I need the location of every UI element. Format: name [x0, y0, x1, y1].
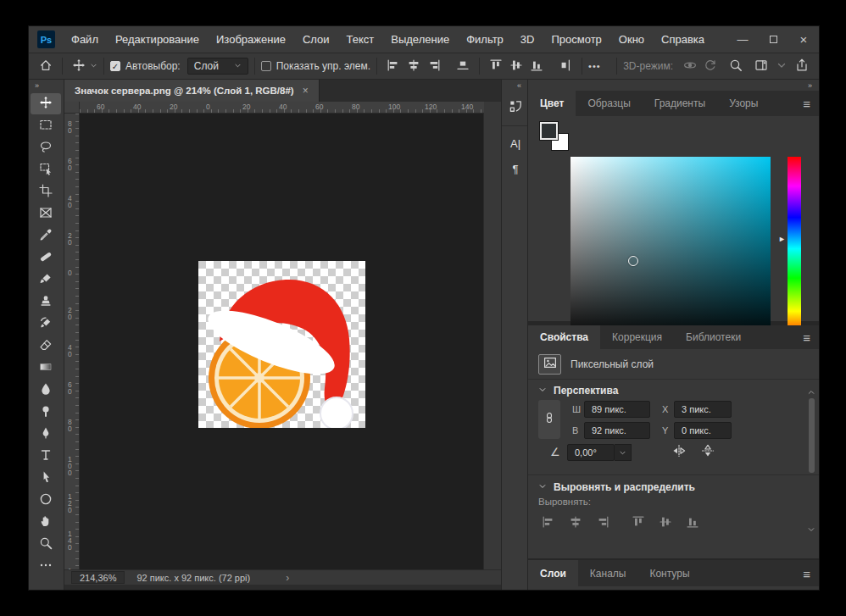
tool-zoom[interactable]	[31, 534, 61, 555]
angle-field[interactable]: 0,00°	[567, 444, 615, 461]
width-field[interactable]: 89 пикс.	[584, 401, 650, 418]
menu-item-3[interactable]: Слои	[294, 33, 338, 46]
transform-section-header[interactable]: Перспектива	[538, 385, 618, 397]
layers-panel-tab[interactable]: Слои	[528, 560, 578, 586]
menu-item-1[interactable]: Редактирование	[107, 33, 208, 46]
layers-panel-menu-icon[interactable]: ≡	[803, 566, 810, 580]
paragraph-panel-button[interactable]: ¶	[504, 158, 526, 180]
color-panel-menu-icon[interactable]: ≡	[803, 97, 810, 111]
align-center-h-button[interactable]	[404, 58, 424, 75]
tool-pen[interactable]	[31, 424, 61, 445]
expand-panels-button[interactable]: »	[528, 80, 819, 91]
tool-clone-stamp[interactable]	[31, 291, 61, 313]
distribute-h-button[interactable]	[453, 58, 473, 75]
tool-healing-brush[interactable]	[31, 247, 61, 269]
saturation-brightness-field[interactable]	[570, 157, 771, 341]
flip-vertical-button[interactable]	[698, 444, 718, 461]
properties-panel-tab[interactable]: Коррекция	[600, 325, 674, 349]
menu-item-4[interactable]: Текст	[338, 33, 383, 46]
flip-horizontal-button[interactable]	[669, 444, 689, 461]
close-button[interactable]: ×	[788, 26, 819, 53]
link-dimensions-button[interactable]	[538, 400, 560, 439]
tab-close-icon[interactable]: ×	[303, 85, 309, 97]
menu-item-6[interactable]: Фильтр	[458, 33, 512, 46]
layers-panel-tab[interactable]: Контуры	[637, 560, 701, 586]
history-panel-button[interactable]	[504, 97, 526, 119]
share-button[interactable]	[792, 58, 812, 75]
scrollbar-thumb[interactable]	[809, 398, 815, 473]
align-top-button[interactable]	[486, 58, 506, 75]
vertical-ruler[interactable]: 80604020020406080100120140160	[64, 114, 80, 569]
tool-history-brush[interactable]	[31, 314, 61, 335]
color-panel-tab[interactable]: Узоры	[717, 91, 770, 116]
align-bottom-button[interactable]	[682, 515, 703, 532]
foreground-color-swatch[interactable]	[540, 122, 558, 140]
color-panel-tab[interactable]: Образцы	[576, 91, 642, 116]
color-panel-tab[interactable]: Цвет	[528, 91, 576, 116]
menu-item-8[interactable]: Просмотр	[543, 33, 609, 46]
tool-move[interactable]	[31, 93, 61, 114]
horizontal-ruler[interactable]: 604020020406080100120140	[80, 102, 484, 114]
scroll-down-icon[interactable]	[807, 522, 815, 537]
align-left-button[interactable]	[383, 58, 404, 75]
hue-slider[interactable]	[788, 157, 801, 341]
menu-item-7[interactable]: 3D	[512, 33, 543, 46]
document-tab[interactable]: Значок сервера.png @ 214% (Слой 1, RGB/8…	[64, 80, 320, 102]
properties-panel-menu-icon[interactable]: ≡	[803, 330, 810, 345]
rotate-view-button[interactable]	[700, 58, 721, 75]
properties-panel-tab[interactable]: Библиотеки	[674, 325, 753, 349]
align-bottom-button[interactable]	[526, 58, 547, 75]
workspace-button[interactable]	[751, 58, 771, 75]
toolbar-expand-button[interactable]: »	[29, 80, 64, 92]
search-button[interactable]	[726, 58, 746, 75]
autoselect-target-dropdown[interactable]: Слой	[187, 58, 248, 75]
menu-item-0[interactable]: Файл	[63, 33, 107, 46]
tool-object-selection[interactable]	[31, 159, 61, 180]
character-panel-button[interactable]: A|	[504, 132, 526, 154]
align-right-button[interactable]	[593, 515, 613, 532]
arrange-documents-button[interactable]	[771, 58, 792, 75]
tool-hand[interactable]	[31, 512, 61, 533]
tool-lasso[interactable]	[31, 137, 61, 158]
properties-panel-tab[interactable]: Свойства	[528, 325, 600, 349]
tool-gradient[interactable]	[31, 358, 61, 379]
status-chevron[interactable]: ›	[286, 572, 289, 584]
align-left-button[interactable]	[538, 515, 559, 532]
zoom-level-field[interactable]: 214,36%	[71, 571, 125, 584]
x-field[interactable]: 3 пикс.	[674, 401, 732, 418]
align-section-header[interactable]: Выровнять и распределить	[538, 481, 695, 493]
autoselect-checkbox[interactable]: ✓	[110, 61, 120, 71]
tool-frame[interactable]	[31, 203, 61, 225]
tool-shape-ellipse[interactable]	[31, 490, 61, 511]
hue-slider-marker[interactable]: ►	[778, 235, 786, 243]
menu-item-5[interactable]: Выделение	[382, 33, 458, 46]
tool-crop[interactable]	[31, 181, 61, 203]
tool-path-selection[interactable]	[31, 468, 61, 489]
tool-eraser[interactable]	[31, 336, 61, 357]
align-middle-button[interactable]	[506, 58, 526, 75]
tool-dodge[interactable]	[31, 402, 61, 423]
height-field[interactable]: 92 пикс.	[584, 422, 650, 439]
minimize-button[interactable]: —	[727, 26, 758, 53]
tool-type[interactable]	[31, 446, 61, 467]
maximize-button[interactable]	[758, 26, 788, 53]
3d-orbit-button[interactable]	[680, 58, 700, 75]
color-picker-circle[interactable]	[628, 256, 638, 266]
home-button[interactable]	[36, 58, 56, 75]
current-tool-button[interactable]	[69, 58, 89, 75]
menu-item-2[interactable]: Изображение	[208, 33, 294, 46]
tool-marquee[interactable]	[31, 115, 61, 136]
canvas[interactable]	[80, 114, 484, 569]
menu-item-9[interactable]: Окно	[610, 33, 653, 46]
distribute-v-button[interactable]	[555, 58, 576, 75]
layers-panel-tab[interactable]: Каналы	[578, 560, 638, 586]
align-right-button[interactable]	[424, 58, 444, 75]
angle-dropdown-button[interactable]	[615, 444, 632, 461]
align-center-h-button[interactable]	[565, 515, 586, 532]
color-panel-tab[interactable]: Градиенты	[643, 91, 717, 116]
align-middle-button[interactable]	[655, 515, 676, 532]
show-transform-controls-checkbox[interactable]	[261, 61, 271, 71]
align-top-button[interactable]	[628, 515, 648, 532]
more-options-button[interactable]: •••	[588, 61, 601, 71]
tool-eyedropper[interactable]	[31, 225, 61, 247]
